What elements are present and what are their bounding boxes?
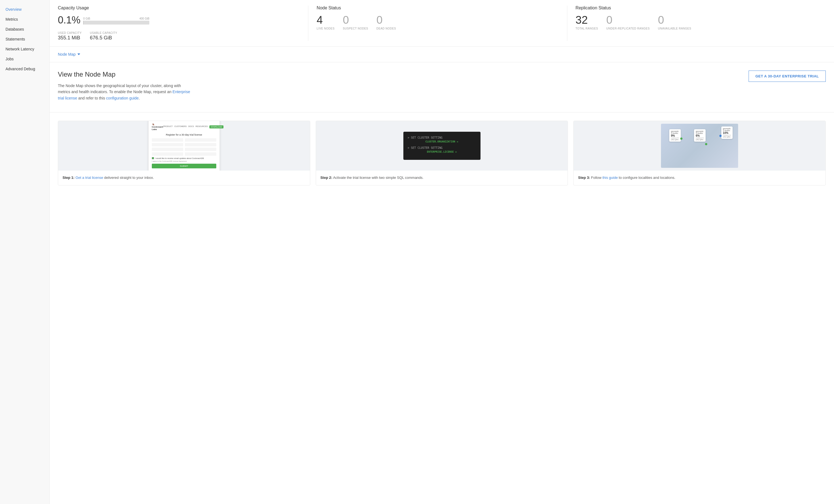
step-2-label: Step 2: — [321, 176, 332, 180]
node-status-numbers: 4 LIVE NODES 0 SUSPECT NODES 0 DEAD NODE… — [316, 14, 558, 30]
node-map-toggle[interactable]: Node Map — [58, 52, 826, 57]
step-3-body: Step 3: Follow this guide to configure l… — [574, 171, 826, 185]
sidebar-item-jobs[interactable]: Jobs — [0, 54, 49, 64]
steps-section: 🪳 Cockroach Labs PRODUCTCUSTOMERSDOCSRES… — [50, 112, 834, 194]
step-3-label: Step 3: — [578, 176, 590, 180]
step-3-image: georeplic 3 Nodes 9% CAPACITY CPU QPH ge… — [574, 121, 826, 171]
capacity-progress-bar: 0 GiB 400 GiB — [83, 17, 149, 24]
capacity-percent: 0.1% — [58, 14, 81, 26]
capacity-details: USED CAPACITY 355.1 MiB USABLE CAPACITY … — [58, 31, 300, 41]
dead-nodes: 0 DEAD NODES — [376, 14, 396, 30]
node-status-title: Node Status — [316, 5, 558, 10]
sidebar-item-overview[interactable]: Overview — [0, 4, 49, 14]
step-1-card: 🪳 Cockroach Labs PRODUCTCUSTOMERSDOCSRES… — [58, 121, 310, 185]
replication-status-section: Replication Status 32 TOTAL RANGES 0 UND… — [567, 5, 826, 41]
usable-capacity: USABLE CAPACITY 676.5 GiB — [90, 31, 117, 41]
capacity-usage-section: Capacity Usage 0.1% 0 GiB 400 GiB USED C… — [58, 5, 308, 41]
node-status-section: Node Status 4 LIVE NODES 0 SUSPECT NODES… — [308, 5, 567, 41]
sidebar-item-network-latency[interactable]: Network Latency — [0, 44, 49, 54]
step-3-card: georeplic 3 Nodes 9% CAPACITY CPU QPH ge… — [573, 121, 826, 185]
node-map-toggle-section: Node Map — [50, 47, 834, 62]
node-map-heading: View the Node Map — [58, 70, 190, 78]
sidebar: Overview Metrics Databases Statements Ne… — [0, 0, 50, 504]
step-3-link[interactable]: this guide — [602, 176, 618, 180]
node-map-description: View the Node Map The Node Map shows the… — [58, 70, 190, 101]
step-2-body: Step 2: Activate the trial license with … — [316, 171, 568, 185]
step-2-image: > SET CLUSTER SETTING CLUSTER.ORGANIZATI… — [316, 121, 568, 171]
replication-status-title: Replication Status — [575, 5, 817, 10]
node-map-content: View the Node Map The Node Map shows the… — [50, 62, 834, 112]
main-content: Capacity Usage 0.1% 0 GiB 400 GiB USED C… — [50, 0, 834, 504]
suspect-nodes: 0 SUSPECT NODES — [343, 14, 368, 30]
configuration-guide-link[interactable]: configuration guide — [106, 96, 138, 100]
sidebar-item-statements[interactable]: Statements — [0, 34, 49, 44]
used-capacity: USED CAPACITY 355.1 MiB — [58, 31, 82, 41]
stats-bar: Capacity Usage 0.1% 0 GiB 400 GiB USED C… — [50, 0, 834, 47]
replication-numbers: 32 TOTAL RANGES 0 UNDER-REPLICATED RANGE… — [575, 14, 817, 30]
sidebar-item-metrics[interactable]: Metrics — [0, 14, 49, 24]
step-1-label: Step 1: — [63, 176, 74, 180]
node-map-paragraph: The Node Map shows the geographical layo… — [58, 83, 190, 101]
step-1-link[interactable]: Get a trial license — [75, 176, 103, 180]
chevron-down-icon — [78, 53, 80, 55]
sidebar-item-databases[interactable]: Databases — [0, 24, 49, 34]
step-1-image: 🪳 Cockroach Labs PRODUCTCUSTOMERSDOCSRES… — [58, 121, 310, 171]
progress-bar-bg — [83, 21, 149, 24]
sidebar-item-advanced-debug[interactable]: Advanced Debug — [0, 64, 49, 74]
capacity-usage-title: Capacity Usage — [58, 5, 300, 10]
step-1-body: Step 1: Get a trial license delivered st… — [58, 171, 310, 185]
step-2-card: > SET CLUSTER SETTING CLUSTER.ORGANIZATI… — [316, 121, 568, 185]
live-nodes: 4 LIVE NODES — [316, 14, 334, 30]
enterprise-trial-button[interactable]: GET A 30-DAY ENTERPRISE TRIAL — [749, 70, 826, 82]
total-ranges: 32 TOTAL RANGES — [575, 14, 598, 30]
under-replicated-ranges: 0 UNDER-REPLICATED RANGES — [607, 14, 650, 30]
unavailable-ranges: 0 UNAVAILABLE RANGES — [658, 14, 691, 30]
